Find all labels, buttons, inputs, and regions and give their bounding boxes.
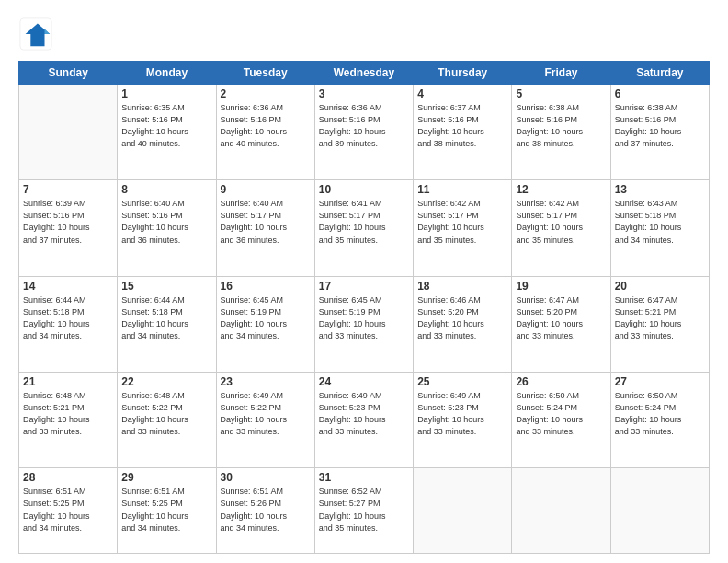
day-cell: 5Sunrise: 6:38 AM Sunset: 5:16 PM Daylig… — [512, 85, 610, 180]
day-number: 26 — [516, 375, 606, 388]
day-info: Sunrise: 6:46 AM Sunset: 5:20 PM Dayligh… — [417, 294, 507, 342]
day-cell: 24Sunrise: 6:49 AM Sunset: 5:23 PM Dayli… — [314, 373, 413, 468]
day-header-sunday: Sunday — [19, 62, 118, 85]
day-number: 4 — [417, 87, 507, 100]
day-number: 27 — [615, 375, 705, 388]
day-info: Sunrise: 6:44 AM Sunset: 5:18 PM Dayligh… — [23, 294, 113, 342]
day-info: Sunrise: 6:49 AM Sunset: 5:22 PM Dayligh… — [221, 390, 311, 438]
day-header-thursday: Thursday — [414, 62, 512, 85]
day-info: Sunrise: 6:37 AM Sunset: 5:16 PM Dayligh… — [417, 102, 507, 150]
day-number: 6 — [615, 87, 705, 100]
day-number: 17 — [319, 280, 409, 293]
day-info: Sunrise: 6:44 AM Sunset: 5:18 PM Dayligh… — [121, 294, 211, 342]
day-number: 31 — [319, 471, 409, 484]
day-number: 1 — [121, 87, 211, 100]
day-number: 16 — [221, 280, 311, 293]
day-cell: 8Sunrise: 6:40 AM Sunset: 5:16 PM Daylig… — [118, 180, 216, 276]
day-cell: 1Sunrise: 6:35 AM Sunset: 5:16 PM Daylig… — [118, 85, 216, 180]
day-cell: 14Sunrise: 6:44 AM Sunset: 5:18 PM Dayli… — [19, 276, 118, 372]
week-row-1: 1Sunrise: 6:35 AM Sunset: 5:16 PM Daylig… — [19, 85, 710, 180]
days-header-row: SundayMondayTuesdayWednesdayThursdayFrid… — [19, 62, 710, 85]
day-info: Sunrise: 6:42 AM Sunset: 5:17 PM Dayligh… — [516, 198, 606, 246]
day-info: Sunrise: 6:51 AM Sunset: 5:26 PM Dayligh… — [221, 486, 311, 534]
day-cell: 17Sunrise: 6:45 AM Sunset: 5:19 PM Dayli… — [314, 276, 413, 372]
page: SundayMondayTuesdayWednesdayThursdayFrid… — [0, 0, 728, 563]
day-info: Sunrise: 6:35 AM Sunset: 5:16 PM Dayligh… — [121, 102, 211, 150]
day-cell: 19Sunrise: 6:47 AM Sunset: 5:20 PM Dayli… — [512, 276, 610, 372]
day-cell: 6Sunrise: 6:38 AM Sunset: 5:16 PM Daylig… — [610, 85, 709, 180]
day-info: Sunrise: 6:38 AM Sunset: 5:16 PM Dayligh… — [615, 102, 705, 150]
day-number: 20 — [615, 280, 705, 293]
day-cell: 16Sunrise: 6:45 AM Sunset: 5:19 PM Dayli… — [216, 276, 314, 372]
day-number: 29 — [121, 471, 211, 484]
day-number: 11 — [417, 183, 507, 196]
day-cell: 10Sunrise: 6:41 AM Sunset: 5:17 PM Dayli… — [314, 180, 413, 276]
day-cell — [414, 468, 512, 554]
day-info: Sunrise: 6:40 AM Sunset: 5:17 PM Dayligh… — [221, 198, 311, 246]
day-info: Sunrise: 6:42 AM Sunset: 5:17 PM Dayligh… — [417, 198, 507, 246]
day-cell — [610, 468, 709, 554]
day-number: 13 — [615, 183, 705, 196]
day-cell: 11Sunrise: 6:42 AM Sunset: 5:17 PM Dayli… — [414, 180, 512, 276]
day-cell: 26Sunrise: 6:50 AM Sunset: 5:24 PM Dayli… — [512, 373, 610, 468]
day-number: 19 — [516, 280, 606, 293]
day-number: 25 — [417, 375, 507, 388]
day-cell: 27Sunrise: 6:50 AM Sunset: 5:24 PM Dayli… — [610, 373, 709, 468]
header — [18, 17, 710, 52]
day-number: 22 — [121, 375, 211, 388]
day-info: Sunrise: 6:50 AM Sunset: 5:24 PM Dayligh… — [516, 390, 606, 438]
day-info: Sunrise: 6:47 AM Sunset: 5:21 PM Dayligh… — [615, 294, 705, 342]
day-info: Sunrise: 6:49 AM Sunset: 5:23 PM Dayligh… — [417, 390, 507, 438]
day-header-tuesday: Tuesday — [216, 62, 314, 85]
day-number: 2 — [221, 87, 311, 100]
day-info: Sunrise: 6:50 AM Sunset: 5:24 PM Dayligh… — [615, 390, 705, 438]
day-cell: 21Sunrise: 6:48 AM Sunset: 5:21 PM Dayli… — [19, 373, 118, 468]
day-header-friday: Friday — [512, 62, 610, 85]
day-number: 9 — [221, 183, 311, 196]
day-cell: 12Sunrise: 6:42 AM Sunset: 5:17 PM Dayli… — [512, 180, 610, 276]
day-cell: 15Sunrise: 6:44 AM Sunset: 5:18 PM Dayli… — [118, 276, 216, 372]
day-cell: 9Sunrise: 6:40 AM Sunset: 5:17 PM Daylig… — [216, 180, 314, 276]
day-cell — [512, 468, 610, 554]
day-cell: 7Sunrise: 6:39 AM Sunset: 5:16 PM Daylig… — [19, 180, 118, 276]
day-header-saturday: Saturday — [610, 62, 709, 85]
day-info: Sunrise: 6:43 AM Sunset: 5:18 PM Dayligh… — [615, 198, 705, 246]
day-number: 24 — [319, 375, 409, 388]
day-number: 30 — [221, 471, 311, 484]
day-cell: 22Sunrise: 6:48 AM Sunset: 5:22 PM Dayli… — [118, 373, 216, 468]
day-header-wednesday: Wednesday — [314, 62, 413, 85]
day-info: Sunrise: 6:49 AM Sunset: 5:23 PM Dayligh… — [319, 390, 409, 438]
week-row-5: 28Sunrise: 6:51 AM Sunset: 5:25 PM Dayli… — [19, 468, 710, 554]
day-number: 10 — [319, 183, 409, 196]
day-number: 18 — [417, 280, 507, 293]
day-cell: 13Sunrise: 6:43 AM Sunset: 5:18 PM Dayli… — [610, 180, 709, 276]
day-info: Sunrise: 6:51 AM Sunset: 5:25 PM Dayligh… — [23, 486, 113, 534]
day-info: Sunrise: 6:45 AM Sunset: 5:19 PM Dayligh… — [319, 294, 409, 342]
day-number: 14 — [23, 280, 113, 293]
day-number: 5 — [516, 87, 606, 100]
day-cell: 29Sunrise: 6:51 AM Sunset: 5:25 PM Dayli… — [118, 468, 216, 554]
day-info: Sunrise: 6:36 AM Sunset: 5:16 PM Dayligh… — [319, 102, 409, 150]
day-number: 23 — [221, 375, 311, 388]
day-number: 21 — [23, 375, 113, 388]
day-number: 3 — [319, 87, 409, 100]
day-info: Sunrise: 6:48 AM Sunset: 5:22 PM Dayligh… — [121, 390, 211, 438]
day-cell: 28Sunrise: 6:51 AM Sunset: 5:25 PM Dayli… — [19, 468, 118, 554]
day-number: 8 — [121, 183, 211, 196]
day-cell: 4Sunrise: 6:37 AM Sunset: 5:16 PM Daylig… — [414, 85, 512, 180]
day-cell: 30Sunrise: 6:51 AM Sunset: 5:26 PM Dayli… — [216, 468, 314, 554]
logo — [18, 17, 59, 52]
week-row-2: 7Sunrise: 6:39 AM Sunset: 5:16 PM Daylig… — [19, 180, 710, 276]
day-cell: 2Sunrise: 6:36 AM Sunset: 5:16 PM Daylig… — [216, 85, 314, 180]
day-info: Sunrise: 6:40 AM Sunset: 5:16 PM Dayligh… — [121, 198, 211, 246]
day-cell: 23Sunrise: 6:49 AM Sunset: 5:22 PM Dayli… — [216, 373, 314, 468]
day-number: 15 — [121, 280, 211, 293]
logo-icon — [18, 17, 53, 52]
day-info: Sunrise: 6:38 AM Sunset: 5:16 PM Dayligh… — [516, 102, 606, 150]
calendar-table: SundayMondayTuesdayWednesdayThursdayFrid… — [18, 61, 710, 554]
day-number: 28 — [23, 471, 113, 484]
day-cell — [19, 85, 118, 180]
day-number: 7 — [23, 183, 113, 196]
day-cell: 25Sunrise: 6:49 AM Sunset: 5:23 PM Dayli… — [414, 373, 512, 468]
day-info: Sunrise: 6:39 AM Sunset: 5:16 PM Dayligh… — [23, 198, 113, 246]
